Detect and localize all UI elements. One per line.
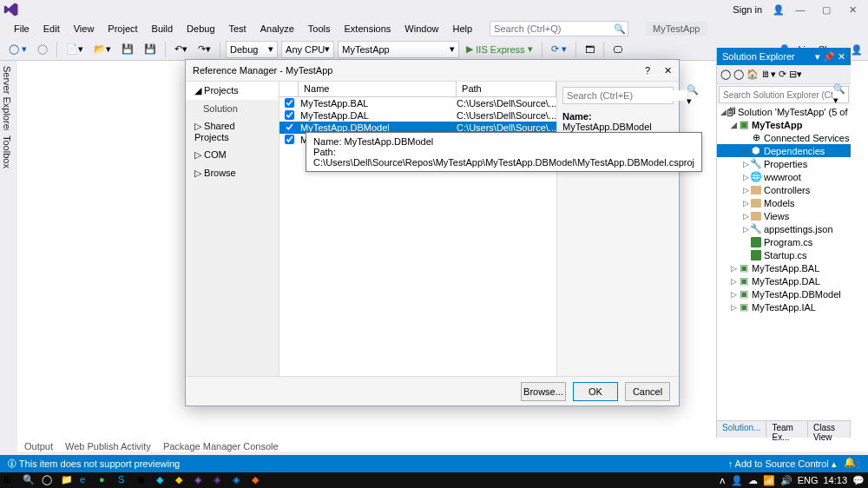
cat-projects-solution[interactable]: Solution	[186, 100, 279, 117]
save-button[interactable]: 💾	[118, 42, 137, 56]
connected-services-node[interactable]: ⊕Connected Services	[717, 131, 851, 144]
menu-extensions[interactable]: Extensions	[338, 21, 398, 36]
minimize-button[interactable]: —	[790, 2, 811, 17]
nav-back-button[interactable]: ◯ ▾	[5, 42, 30, 56]
project-node[interactable]: ◢▣MyTestApp	[717, 118, 851, 131]
check-bal[interactable]	[285, 98, 294, 108]
project-bal-node[interactable]: ▷▣MyTestApp.BAL	[717, 261, 851, 274]
project-ial-node[interactable]: ▷▣MyTestApp.IAL	[717, 300, 851, 313]
tab-webpublish[interactable]: Web Publish Activity	[65, 441, 151, 452]
task-app2-icon[interactable]: ◆	[175, 474, 187, 486]
tray-network-icon[interactable]: 📶	[763, 475, 775, 486]
panel-pin-icon[interactable]: 📌	[823, 51, 835, 63]
tray-onedrive-icon[interactable]: ☁	[748, 475, 758, 486]
menu-analyze[interactable]: Analyze	[253, 21, 301, 36]
quicklaunch-search[interactable]: 🔍	[490, 21, 628, 36]
col-check[interactable]	[279, 82, 299, 96]
server-explorer-tab[interactable]: Server Explorer	[0, 61, 14, 137]
solution-search[interactable]: 🔍▾	[719, 86, 849, 103]
project-dal-node[interactable]: ▷▣MyTestApp.DAL	[717, 274, 851, 287]
back-icon[interactable]: ◯	[720, 69, 731, 80]
cat-projects[interactable]: ◢ Projects	[186, 82, 279, 100]
menu-view[interactable]: View	[67, 21, 102, 36]
tab-team[interactable]: Team Ex...	[766, 421, 808, 438]
config-dropdown[interactable]: Debug▾	[226, 41, 278, 58]
run-button[interactable]: ▶ IIS Express ▾	[463, 42, 536, 56]
tray-notifications-icon[interactable]: 💬	[852, 475, 865, 486]
cancel-button[interactable]: Cancel	[625, 382, 670, 401]
menu-help[interactable]: Help	[445, 21, 479, 36]
task-vscode-icon[interactable]: ◈	[233, 474, 245, 486]
task-explorer-icon[interactable]: 📁	[61, 474, 73, 486]
tray-people-icon[interactable]: 👤	[731, 475, 743, 486]
startup-dropdown[interactable]: MyTestApp▾	[338, 41, 459, 58]
maximize-button[interactable]: ▢	[816, 2, 837, 17]
toolbox-tab[interactable]: Toolbox	[0, 130, 14, 174]
browse-button[interactable]: Browse...	[521, 382, 566, 401]
tab-solution[interactable]: Solution...	[717, 421, 766, 438]
panel-dropdown-icon[interactable]: ▾	[815, 51, 820, 63]
tab-classview[interactable]: Class View	[808, 421, 851, 438]
ok-button[interactable]: OK	[573, 382, 618, 401]
dialog-close-icon[interactable]: ✕	[664, 65, 672, 76]
redo-button[interactable]: ↷▾	[194, 42, 214, 56]
find-button[interactable]: 🖵	[609, 43, 626, 56]
task-vs-icon[interactable]: ◈	[194, 474, 207, 486]
platform-dropdown[interactable]: Any CPU▾	[281, 41, 334, 58]
menu-project[interactable]: Project	[101, 21, 144, 36]
col-name[interactable]: Name	[299, 82, 457, 96]
menu-file[interactable]: File	[7, 21, 36, 36]
controllers-node[interactable]: ▷Controllers	[717, 183, 851, 196]
cat-shared[interactable]: ▷ Shared Projects	[186, 117, 279, 146]
task-app3-icon[interactable]: ◆	[252, 474, 264, 486]
program-node[interactable]: Program.cs	[717, 235, 851, 248]
dialog-search-input[interactable]	[567, 90, 687, 101]
check-ial[interactable]	[285, 135, 294, 144]
nav-fwd-button[interactable]: ◯	[34, 42, 51, 56]
task-vs2-icon[interactable]: ◈	[214, 474, 226, 486]
saveall-button[interactable]: 💾	[141, 42, 160, 56]
solution-explorer-header[interactable]: Solution Explorer ▾📌✕	[717, 48, 851, 65]
refresh-icon[interactable]: ⟳	[779, 69, 786, 80]
cat-com[interactable]: ▷ COM	[186, 146, 279, 164]
startup-node[interactable]: Startup.cs	[717, 248, 851, 261]
undo-button[interactable]: ↶▾	[171, 42, 191, 56]
menu-window[interactable]: Window	[398, 21, 445, 36]
home-icon[interactable]: 🏠	[746, 69, 759, 80]
task-edge-icon[interactable]: e	[80, 474, 92, 486]
row-dal[interactable]: MyTestApp.DALC:\Users\Dell\Source\...	[279, 109, 556, 122]
open-button[interactable]: 📂▾	[90, 42, 115, 56]
models-node[interactable]: ▷Models	[717, 196, 851, 209]
close-button[interactable]: ✕	[842, 2, 863, 17]
appsettings-node[interactable]: ▷🔧appsettings.json	[717, 222, 851, 235]
solution-tree[interactable]: ◢🗐Solution 'MyTestApp' (5 of 5 pro ◢▣MyT…	[717, 105, 851, 420]
tab-output[interactable]: Output	[24, 441, 53, 452]
feedback-icon[interactable]: 👤	[851, 44, 863, 56]
tab-pmc[interactable]: Package Manager Console	[163, 441, 279, 452]
row-bal[interactable]: MyTestApp.BALC:\Users\Dell\Source\...	[279, 97, 556, 109]
dependencies-node[interactable]: ▷⬢Dependencies	[717, 144, 851, 157]
task-cortana-icon[interactable]: ◯	[42, 474, 54, 486]
tray-lang[interactable]: ENG	[798, 475, 819, 485]
tray-chevron-icon[interactable]: ʌ	[720, 475, 726, 486]
col-path[interactable]: Path	[457, 82, 556, 96]
refresh-button[interactable]: ⟳ ▾	[548, 42, 570, 56]
panel-close-icon[interactable]: ✕	[838, 51, 845, 63]
quicklaunch-input[interactable]	[494, 23, 614, 34]
cat-browse[interactable]: ▷ Browse	[186, 164, 279, 182]
collapse-icon[interactable]: ⊟▾	[789, 69, 802, 80]
menu-tools[interactable]: Tools	[301, 21, 338, 36]
task-whatsapp-icon[interactable]: ●	[99, 474, 111, 486]
task-search-icon[interactable]: 🔍	[23, 474, 35, 486]
check-dbmodel[interactable]	[285, 122, 294, 132]
start-icon[interactable]: ⊞	[3, 474, 16, 486]
solution-node[interactable]: ◢🗐Solution 'MyTestApp' (5 of 5 pro	[717, 105, 851, 118]
menu-debug[interactable]: Debug	[180, 21, 221, 36]
user-icon[interactable]: 👤	[773, 4, 785, 16]
help-icon[interactable]: ?	[645, 65, 650, 76]
solution-search-input[interactable]	[723, 90, 833, 100]
dialog-search[interactable]: 🔍▾	[562, 87, 674, 104]
task-skype-icon[interactable]: S	[118, 474, 130, 486]
menu-test[interactable]: Test	[222, 21, 253, 36]
views-node[interactable]: ▷Views	[717, 209, 851, 222]
